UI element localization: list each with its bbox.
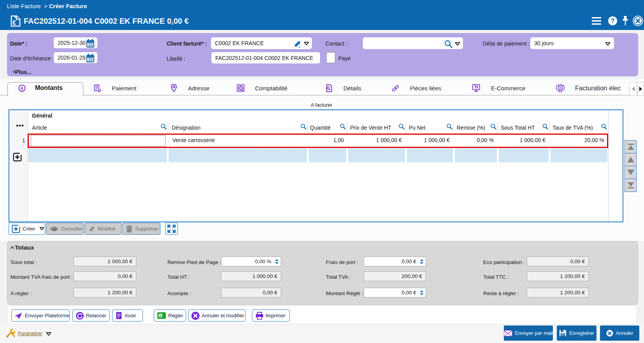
- svg-text:€: €: [159, 313, 162, 318]
- svg-text:?: ?: [611, 17, 614, 25]
- svg-text:€: €: [12, 19, 16, 26]
- svg-text:€: €: [21, 86, 23, 91]
- svg-text:15: 15: [88, 57, 93, 62]
- svg-text:15: 15: [88, 42, 93, 47]
